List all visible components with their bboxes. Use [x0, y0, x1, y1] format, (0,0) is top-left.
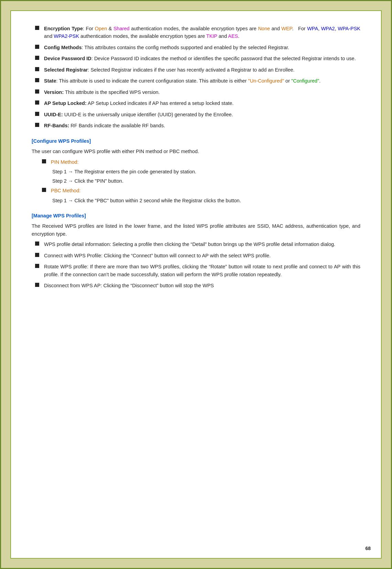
item-text: Encryption Type: For Open & Shared authe…: [44, 25, 360, 40]
pbc-method-list: PBC Method:: [32, 187, 360, 194]
bullet-icon: [35, 89, 39, 94]
item-text: Version: This attribute is the specified…: [44, 88, 360, 96]
item-text: AP Setup Locked: AP Setup Locked indicat…: [44, 99, 360, 107]
section-manage-wps: [Manage WPS Profiles] The Received WPS p…: [32, 212, 360, 290]
bullet-icon: [35, 112, 39, 116]
pbc-method-item: PBC Method:: [32, 187, 360, 194]
color-shared: Shared: [113, 26, 130, 31]
bullet-icon: [35, 253, 39, 257]
bullet-icon: [35, 67, 39, 71]
section-configure-wps: [Configure WPS Profiles] The user can co…: [32, 137, 360, 204]
color-wpa-psk: WPA-PSK: [338, 26, 360, 31]
main-bullet-list: Encryption Type: For Open & Shared authe…: [32, 25, 360, 130]
bullet-icon: [35, 264, 39, 268]
section-heading-manage: [Manage WPS Profiles]: [32, 212, 360, 219]
list-item: Selected Registrar: Selected Registrar i…: [32, 66, 360, 74]
method-list: PIN Method:: [32, 158, 360, 166]
list-item: Connect with WPS Profile: Clicking the “…: [32, 252, 360, 259]
bold-label: Config Methods: [44, 45, 82, 50]
color-wpa2-psk: WPA2-PSK: [54, 33, 79, 39]
pin-method-label: PIN Method:: [51, 158, 79, 166]
list-item: RF-Bands: RF Bands indicate the availabl…: [32, 122, 360, 129]
bold-label: State: [44, 78, 56, 84]
list-item: AP Setup Locked: AP Setup Locked indicat…: [32, 99, 360, 107]
bold-label: RF-Bands:: [44, 123, 69, 128]
color-wep: WEP: [281, 26, 292, 31]
color-open: Open: [95, 26, 107, 31]
bullet-icon: [42, 159, 46, 163]
bullet-icon: [35, 56, 39, 60]
list-item: Version: This attribute is the specified…: [32, 88, 360, 96]
bold-label: Version:: [44, 89, 64, 95]
page-number: 68: [365, 546, 371, 551]
manage-bullet-list: WPS profile detail information: Selectin…: [32, 240, 360, 289]
list-item: Encryption Type: For Open & Shared authe…: [32, 25, 360, 40]
list-item: UUID-E: UUID-E is the universally unique…: [32, 111, 360, 118]
list-item: Disconnect from WPS AP: Clicking the “Di…: [32, 282, 360, 289]
item-text: UUID-E: UUID-E is the universally unique…: [44, 111, 360, 118]
step-1-pin: Step 1 → The Registrar enters the pin co…: [32, 168, 360, 175]
item-text: WPS profile detail information: Selectin…: [44, 240, 360, 248]
bold-label: Selected Registrar: [44, 67, 88, 73]
color-configured: "Configured": [291, 78, 319, 84]
page-inner: Encryption Type: For Open & Shared authe…: [10, 10, 382, 559]
manage-intro: The Received WPS profiles are listed in …: [32, 222, 360, 238]
list-item: Config Methods: This attributes contains…: [32, 44, 360, 51]
content: Encryption Type: For Open & Shared authe…: [32, 25, 360, 290]
list-item: Device Password ID: Device Password ID i…: [32, 55, 360, 62]
bullet-icon: [35, 26, 39, 30]
color-wpa: WPA: [307, 26, 318, 31]
bold-label: UUID-E:: [44, 112, 63, 117]
list-item: Rotate WPS profile: If there are more th…: [32, 263, 360, 278]
bullet-icon: [35, 45, 39, 49]
bold-label: AP Setup Locked:: [44, 100, 87, 106]
item-text: RF-Bands: RF Bands indicate the availabl…: [44, 122, 360, 129]
page-outer: Encryption Type: For Open & Shared authe…: [0, 0, 392, 569]
bold-label: Device Password ID: [44, 56, 91, 61]
color-tkip: TKIP: [206, 33, 217, 39]
configure-intro: The user can configure WPS profile with …: [32, 148, 360, 155]
color-wpa2: WPA2: [321, 26, 335, 31]
bold-label: Encryption Type: [44, 26, 83, 31]
pin-method-item: PIN Method:: [32, 158, 360, 166]
bullet-icon: [35, 78, 39, 82]
pbc-method-label: PBC Method:: [51, 187, 80, 194]
item-text: Disconnect from WPS AP: Clicking the “Di…: [44, 282, 360, 289]
item-text: Selected Registrar: Selected Registrar i…: [44, 66, 360, 74]
item-text: Config Methods: This attributes contains…: [44, 44, 360, 51]
step-2-pin: Step 2 → Click the "PIN" button.: [32, 177, 360, 185]
item-text: Device Password ID: Device Password ID i…: [44, 55, 360, 62]
list-item: State: This attribute is used to indicat…: [32, 77, 360, 85]
bullet-icon: [35, 100, 39, 105]
color-aes: AES: [228, 33, 238, 39]
list-item: WPS profile detail information: Selectin…: [32, 240, 360, 248]
color-unconfigured: "Un-Configured": [248, 78, 284, 84]
bullet-icon: [35, 241, 39, 246]
item-text: State: This attribute is used to indicat…: [44, 77, 360, 85]
bullet-icon: [42, 188, 46, 192]
item-text: Connect with WPS Profile: Clicking the “…: [44, 252, 360, 259]
color-none: None: [258, 26, 270, 31]
item-text: Rotate WPS profile: If there are more th…: [44, 263, 360, 278]
bullet-icon: [35, 123, 39, 127]
step-1-pbc: Step 1 → Click the "PBC" button within 2…: [32, 197, 360, 204]
bullet-icon: [35, 283, 39, 287]
section-heading-configure: [Configure WPS Profiles]: [32, 137, 360, 145]
